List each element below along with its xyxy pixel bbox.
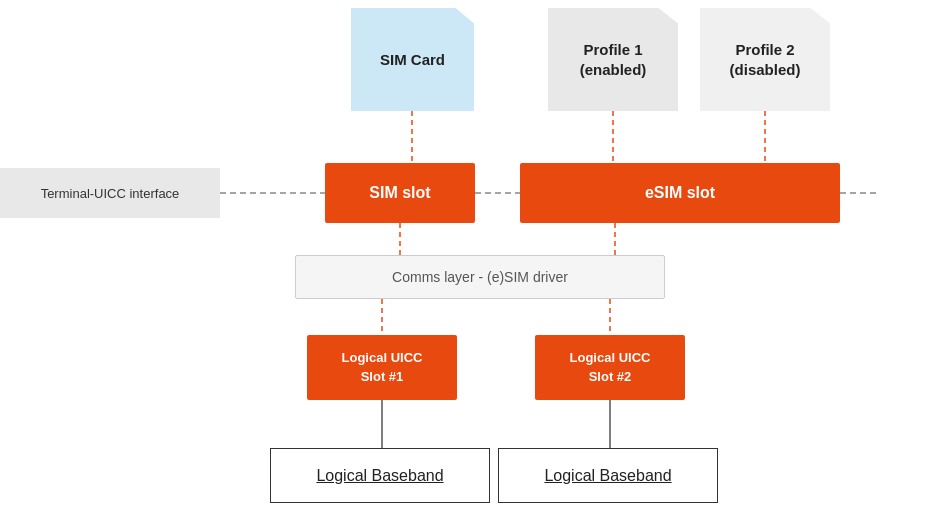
baseband-2-label: Logical Baseband: [544, 467, 671, 485]
profile1-label: Profile 1(enabled): [580, 40, 647, 79]
profile1-box: Profile 1(enabled): [548, 8, 678, 111]
logical-uicc-slot-1: Logical UICCSlot #1: [307, 335, 457, 400]
baseband-1: Logical Baseband: [270, 448, 490, 503]
logical-uicc-2-label: Logical UICCSlot #2: [570, 349, 651, 385]
sim-slot-label: SIM slot: [369, 184, 430, 202]
profile2-box: Profile 2(disabled): [700, 8, 830, 111]
terminal-uicc-label: Terminal-UICC interface: [33, 186, 188, 201]
sim-card-label: SIM Card: [380, 50, 445, 70]
sim-card-box: SIM Card: [351, 8, 474, 111]
baseband-2: Logical Baseband: [498, 448, 718, 503]
terminal-uicc-bar: Terminal-UICC interface: [0, 168, 220, 218]
comms-layer-box: Comms layer - (e)SIM driver: [295, 255, 665, 299]
esim-slot-box: eSIM slot: [520, 163, 840, 223]
sim-slot-box: SIM slot: [325, 163, 475, 223]
profile2-label: Profile 2(disabled): [730, 40, 801, 79]
logical-uicc-1-label: Logical UICCSlot #1: [342, 349, 423, 385]
diagram-container: SIM Card Profile 1(enabled) Profile 2(di…: [0, 0, 935, 519]
logical-uicc-slot-2: Logical UICCSlot #2: [535, 335, 685, 400]
esim-slot-label: eSIM slot: [645, 184, 715, 202]
comms-layer-label: Comms layer - (e)SIM driver: [392, 269, 568, 285]
baseband-1-label: Logical Baseband: [316, 467, 443, 485]
